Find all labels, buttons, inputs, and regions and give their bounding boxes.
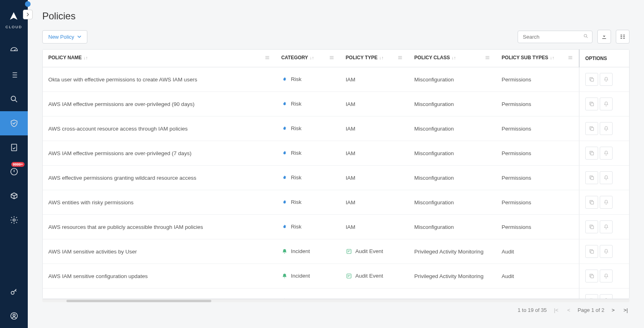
list-icon xyxy=(10,71,19,79)
nav-subscription[interactable] xyxy=(0,280,28,304)
copy-button[interactable] xyxy=(585,294,598,299)
fire-icon xyxy=(281,150,288,156)
search-wrapper xyxy=(518,31,592,43)
copy-button[interactable] xyxy=(585,147,598,160)
table-row[interactable]: AWS IAM sensitive configuration updatesI… xyxy=(43,264,629,289)
copy-button[interactable] xyxy=(585,196,598,209)
pager-next[interactable]: > xyxy=(610,306,616,314)
cell-category: Risk xyxy=(276,166,340,190)
cell-class: Misconfiguration xyxy=(409,215,496,239)
copy-button[interactable] xyxy=(585,171,598,184)
cell-category: Risk xyxy=(276,215,340,239)
filter-icon[interactable] xyxy=(329,55,334,62)
filter-icon[interactable] xyxy=(568,55,573,62)
cell-type: IAM xyxy=(340,190,409,215)
nav-compute[interactable] xyxy=(0,184,28,208)
table-row[interactable]: AWS resources that are publicly accessib… xyxy=(43,215,629,239)
col-header-class[interactable]: POLICY CLASS↓↑ xyxy=(409,50,496,67)
toolbar: New Policy xyxy=(28,25,644,49)
col-header-name[interactable]: POLICY NAME↓↑ xyxy=(43,50,276,67)
table-row[interactable]: AWS Elasticsearch IAM policy allows inte… xyxy=(43,289,629,299)
cell-category: Risk xyxy=(276,289,340,299)
brand-text: CLOUD xyxy=(6,25,23,29)
table-row[interactable]: Okta user with effective permissions to … xyxy=(43,67,629,92)
copy-icon xyxy=(589,273,594,279)
copy-button[interactable] xyxy=(585,220,598,233)
nav-settings[interactable] xyxy=(0,208,28,232)
download-button[interactable] xyxy=(597,30,611,44)
pager-prev[interactable]: < xyxy=(566,306,572,314)
copy-icon xyxy=(589,224,594,230)
notify-button[interactable] xyxy=(600,122,613,135)
fire-icon xyxy=(281,224,288,230)
cell-class: Misconfiguration xyxy=(409,289,496,299)
table-row[interactable]: AWS IAM effective permissions are over-p… xyxy=(43,92,629,116)
cell-sub: Permissions xyxy=(496,116,579,141)
sidebar: CLOUD 9999+ xyxy=(0,0,28,328)
notify-button[interactable] xyxy=(600,147,613,160)
table-row[interactable]: AWS IAM effective permissions are over-p… xyxy=(43,141,629,166)
cell-sub: Run xyxy=(496,289,579,299)
svg-point-3 xyxy=(13,219,15,221)
notify-button[interactable] xyxy=(600,294,613,299)
cube-icon xyxy=(10,191,19,200)
filter-icon[interactable] xyxy=(264,55,270,62)
nav-compliance[interactable] xyxy=(0,135,28,160)
notify-button[interactable] xyxy=(600,245,613,258)
col-header-sub[interactable]: POLICY SUB TYPES↓↑ xyxy=(496,50,579,67)
col-header-options: OPTIONS xyxy=(579,50,629,67)
scrollbar-thumb[interactable] xyxy=(66,300,211,302)
sidebar-expand-button[interactable] xyxy=(23,10,33,19)
new-policy-button[interactable]: New Policy xyxy=(42,30,87,44)
notify-button[interactable] xyxy=(600,98,613,110)
nav-dashboard[interactable] xyxy=(0,39,28,63)
copy-button[interactable] xyxy=(585,245,598,258)
notify-button[interactable] xyxy=(600,73,613,86)
copy-button[interactable] xyxy=(585,73,598,86)
svg-rect-12 xyxy=(591,177,594,180)
copy-icon xyxy=(589,101,594,107)
columns-button[interactable] xyxy=(616,30,630,44)
notify-button[interactable] xyxy=(600,220,613,233)
cell-sub: Permissions xyxy=(496,67,579,92)
nav-policies[interactable] xyxy=(0,111,28,135)
notify-button[interactable] xyxy=(600,196,613,209)
nav-investigate[interactable] xyxy=(0,87,28,111)
cell-type: Audit Event xyxy=(340,239,409,264)
filter-icon[interactable] xyxy=(485,55,490,62)
cell-policy-name: AWS IAM sensitive configuration updates xyxy=(43,264,276,289)
copy-button[interactable] xyxy=(585,122,598,135)
cell-category: Incident xyxy=(276,239,340,264)
nav-inventory[interactable] xyxy=(0,63,28,87)
copy-button[interactable] xyxy=(585,270,598,282)
pager-last[interactable]: >| xyxy=(622,306,630,314)
page-header: Policies xyxy=(28,0,644,25)
nav-profile[interactable] xyxy=(0,304,28,328)
cell-sub: Permissions xyxy=(496,141,579,166)
col-header-type[interactable]: POLICY TYPE↓↑ xyxy=(340,50,409,67)
nav-alerts[interactable]: 9999+ xyxy=(0,160,28,184)
alert-circle-icon xyxy=(10,167,19,176)
search-input[interactable] xyxy=(518,31,592,43)
copy-button[interactable] xyxy=(585,98,598,110)
svg-point-4 xyxy=(11,291,14,294)
cell-policy-name: AWS IAM effective permissions are over-p… xyxy=(43,141,276,166)
filter-icon[interactable] xyxy=(397,55,403,62)
table-row[interactable]: AWS effective permissions granting wildc… xyxy=(43,166,629,190)
notify-button[interactable] xyxy=(600,171,613,184)
fire-icon xyxy=(281,174,288,181)
pager-first[interactable]: |< xyxy=(552,306,560,314)
table-row[interactable]: AWS IAM sensitive activities by UserInci… xyxy=(43,239,629,264)
bell-icon xyxy=(603,126,609,131)
page-title: Policies xyxy=(42,10,630,22)
bell-icon xyxy=(603,77,609,82)
table-row[interactable]: AWS entities with risky permissionsRiskI… xyxy=(43,190,629,215)
col-header-category[interactable]: CATEGORY↓↑ xyxy=(276,50,340,67)
table-row[interactable]: AWS cross-account resource access throug… xyxy=(43,116,629,141)
svg-point-7 xyxy=(584,34,587,37)
svg-rect-1 xyxy=(11,144,17,151)
notify-button[interactable] xyxy=(600,270,613,282)
cell-type: IAM xyxy=(340,215,409,239)
horizontal-scrollbar[interactable] xyxy=(42,299,630,302)
cell-class: Misconfiguration xyxy=(409,141,496,166)
